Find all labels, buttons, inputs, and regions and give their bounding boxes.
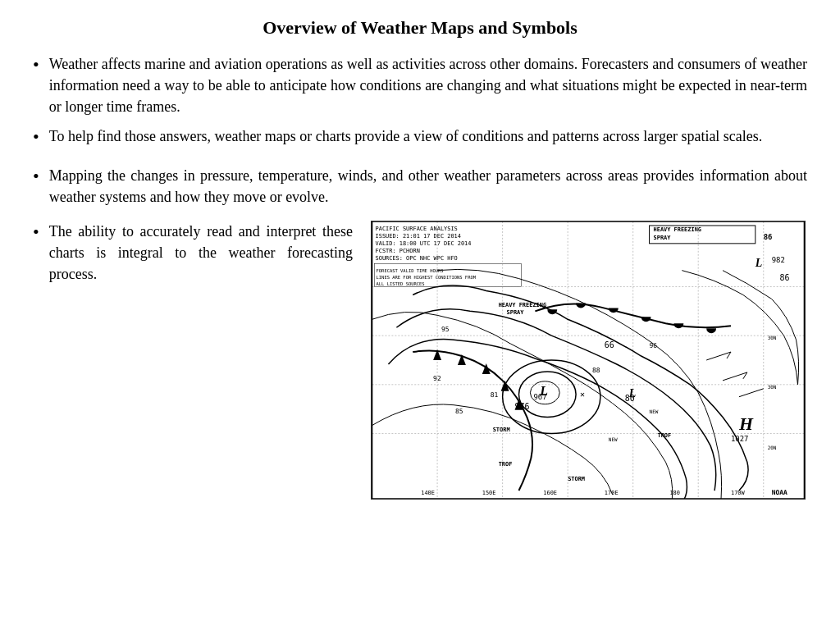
svg-text:L: L xyxy=(539,384,548,398)
bullet-text-1: Weather affects marine and aviation oper… xyxy=(49,53,807,117)
bullet-item-1: • Weather affects marine and aviation op… xyxy=(33,53,807,117)
weather-map: PACIFIC SURFACE ANALYSIS ISSUED: 21:01 1… xyxy=(371,221,806,500)
bullet-item-3: • Mapping the changes in pressure, tempe… xyxy=(33,165,807,208)
svg-text:LINES ARE FOR HIGHEST CONDITIO: LINES ARE FOR HIGHEST CONDITIONS FROM xyxy=(377,275,477,280)
svg-text:TROF: TROF xyxy=(658,432,672,439)
svg-text:PACIFIC SURFACE ANALYSIS: PACIFIC SURFACE ANALYSIS xyxy=(376,226,458,232)
svg-text:NEW: NEW xyxy=(650,409,659,414)
bullet-dot-2: • xyxy=(33,124,39,150)
bullet-dot-4: • xyxy=(33,219,39,245)
svg-text:ISSUED: 21:01 17 DEC 2014: ISSUED: 21:01 17 DEC 2014 xyxy=(376,233,461,240)
svg-text:150E: 150E xyxy=(482,490,496,496)
svg-text:SPRAY: SPRAY xyxy=(507,309,525,316)
svg-text:TROF: TROF xyxy=(499,461,513,468)
svg-text:ALL LISTED SOURCES: ALL LISTED SOURCES xyxy=(377,281,425,285)
bottom-section: • The ability to accurately read and int… xyxy=(33,221,807,500)
svg-text:30N: 30N xyxy=(768,384,777,390)
svg-text:NOAA: NOAA xyxy=(772,489,788,496)
svg-text:92: 92 xyxy=(433,375,441,382)
svg-text:HEAVY FREEZING: HEAVY FREEZING xyxy=(654,226,701,233)
svg-text:SOURCES: OPC NHC WPC HFO: SOURCES: OPC NHC WPC HFO xyxy=(376,255,458,262)
bullet-dot-1: • xyxy=(33,52,39,78)
svg-text:982: 982 xyxy=(772,256,785,264)
svg-text:66: 66 xyxy=(605,340,614,349)
bullet-list-middle: • Mapping the changes in pressure, tempe… xyxy=(33,165,807,216)
svg-text:FCSTR: PCHORN: FCSTR: PCHORN xyxy=(376,248,420,254)
svg-text:160E: 160E xyxy=(543,490,557,496)
bullet-dot-3: • xyxy=(33,163,39,189)
bullet-text-3: Mapping the changes in pressure, tempera… xyxy=(49,165,807,208)
svg-text:L: L xyxy=(755,257,763,269)
svg-text:30N: 30N xyxy=(768,335,777,340)
svg-text:81: 81 xyxy=(491,391,499,399)
svg-text:L: L xyxy=(628,387,637,399)
svg-text:95: 95 xyxy=(441,326,450,333)
bullet-item-2: • To help find those answers, weather ma… xyxy=(33,126,807,150)
content-area: • Weather affects marine and aviation op… xyxy=(33,53,807,614)
svg-text:H: H xyxy=(738,413,754,433)
svg-text:140E: 140E xyxy=(421,490,435,496)
bottom-left: • The ability to accurately read and int… xyxy=(33,221,353,285)
svg-text:SPRAY: SPRAY xyxy=(654,235,672,241)
weather-map-container: PACIFIC SURFACE ANALYSIS ISSUED: 21:01 1… xyxy=(369,221,807,500)
bullet-item-4: • The ability to accurately read and int… xyxy=(33,221,353,285)
bullet-text-4: The ability to accurately read and inter… xyxy=(49,221,353,285)
svg-text:STORM: STORM xyxy=(568,476,585,482)
slide-container: Overview of Weather Maps and Symbols • W… xyxy=(33,16,807,614)
bullet-text-2: To help find those answers, weather maps… xyxy=(49,126,807,147)
svg-text:VALID: 18:00 UTC 17 DEC 2014: VALID: 18:00 UTC 17 DEC 2014 xyxy=(376,240,472,247)
svg-text:180: 180 xyxy=(669,490,680,496)
weather-map-svg: PACIFIC SURFACE ANALYSIS ISSUED: 21:01 1… xyxy=(372,221,805,499)
svg-text:86: 86 xyxy=(764,233,773,241)
svg-text:FORECAST VALID TIME HOURS: FORECAST VALID TIME HOURS xyxy=(377,268,444,273)
svg-text:85: 85 xyxy=(455,408,463,415)
bullet-list-top: • Weather affects marine and aviation op… xyxy=(33,53,807,158)
svg-text:20N: 20N xyxy=(768,445,777,450)
svg-text:✕: ✕ xyxy=(580,390,585,399)
svg-text:1027: 1027 xyxy=(731,435,749,443)
svg-text:170W: 170W xyxy=(731,490,746,496)
slide-title: Overview of Weather Maps and Symbols xyxy=(33,16,807,40)
svg-text:88: 88 xyxy=(592,367,600,374)
svg-text:86: 86 xyxy=(780,273,790,282)
svg-text:STORM: STORM xyxy=(493,427,510,433)
svg-text:NEW: NEW xyxy=(609,436,618,442)
